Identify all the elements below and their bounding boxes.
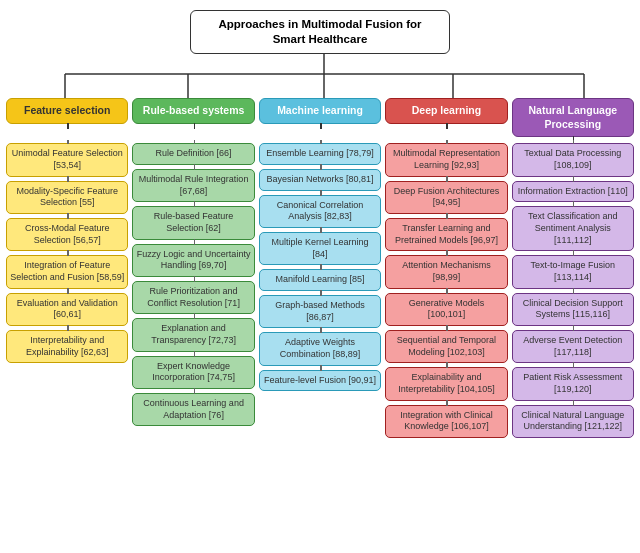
col-items-feature: Unimodal Feature Selection [53,54]Modali… [6,143,128,363]
item-box-nlp: Text Classification and Sentiment Analys… [512,206,634,251]
item-box-nlp: Information Extraction [110] [512,181,634,203]
item-box-rule: Explanation and Transparency [72,73] [132,318,254,351]
item-box-rule: Rule Prioritization and Conflict Resolut… [132,281,254,314]
col-items-dl: Multimodal Representation Learning [92,9… [385,143,507,438]
item-box-dl: Transfer Learning and Pretrained Models … [385,218,507,251]
item-box-dl: Generative Models [100,101] [385,293,507,326]
col-items-nlp: Textual Data Processing [108,109]Informa… [512,143,634,438]
col-header-rule: Rule-based systems [132,98,254,124]
item-box-dl: Attention Mechanisms [98,99] [385,255,507,288]
item-box-ml: Adaptive Weights Combination [88,89] [259,332,381,365]
item-box-feature: Cross-Modal Feature Selection [56,57] [6,218,128,251]
item-box-feature: Interpretability and Explainability [62,… [6,330,128,363]
headers-row: Feature selectionRule-based systemsMachi… [4,98,636,137]
item-box-feature: Unimodal Feature Selection [53,54] [6,143,128,176]
col-items-rule: Rule Definition [66]Multimodal Rule Inte… [132,143,254,426]
col-items-ml: Ensemble Learning [78,79]Bayesian Networ… [259,143,381,391]
item-box-ml: Feature-level Fusion [90,91] [259,370,381,392]
item-box-feature: Integration of Feature Selection and Fus… [6,255,128,288]
item-box-ml: Multiple Kernel Learning [84] [259,232,381,265]
item-box-dl: Multimodal Representation Learning [92,9… [385,143,507,176]
item-box-rule: Rule Definition [66] [132,143,254,165]
col-header-ml: Machine learning [259,98,381,124]
col-header-feature: Feature selection [6,98,128,124]
item-box-feature: Evaluation and Validation [60,61] [6,293,128,326]
item-box-rule: Fuzzy Logic and Uncertainty Handling [69… [132,244,254,277]
item-box-ml: Canonical Correlation Analysis [82,83] [259,195,381,228]
item-box-nlp: Adverse Event Detection [117,118] [512,330,634,363]
item-box-rule: Expert Knowledge Incorporation [74,75] [132,356,254,389]
item-box-rule: Continuous Learning and Adaptation [76] [132,393,254,426]
item-box-ml: Ensemble Learning [78,79] [259,143,381,165]
item-box-dl: Explainability and Interpretability [104… [385,367,507,400]
col-header-dl: Deep learning [385,98,507,124]
item-box-nlp: Patient Risk Assessment [119,120] [512,367,634,400]
item-box-dl: Integration with Clinical Knowledge [106… [385,405,507,438]
item-box-ml: Bayesian Networks [80,81] [259,169,381,191]
item-box-nlp: Clinical Natural Language Understanding … [512,405,634,438]
items-area: Unimodal Feature Selection [53,54]Modali… [4,143,636,438]
title-connectors-svg [4,54,636,98]
diagram-title: Approaches in Multimodal Fusion for Smar… [190,10,450,54]
diagram: Approaches in Multimodal Fusion for Smar… [0,0,640,448]
item-box-ml: Graph-based Methods [86,87] [259,295,381,328]
item-box-rule: Multimodal Rule Integration [67,68] [132,169,254,202]
item-box-ml: Manifold Learning [85] [259,269,381,291]
item-box-nlp: Text-to-Image Fusion [113,114] [512,255,634,288]
item-box-dl: Deep Fusion Architectures [94,95] [385,181,507,214]
item-box-feature: Modality-Specific Feature Selection [55] [6,181,128,214]
col-header-nlp: Natural Language Processing [512,98,634,137]
item-box-nlp: Clinical Decision Support Systems [115,1… [512,293,634,326]
item-box-nlp: Textual Data Processing [108,109] [512,143,634,176]
title-connector-area [4,54,636,98]
item-box-rule: Rule-based Feature Selection [62] [132,206,254,239]
item-box-dl: Sequential and Temporal Modeling [102,10… [385,330,507,363]
